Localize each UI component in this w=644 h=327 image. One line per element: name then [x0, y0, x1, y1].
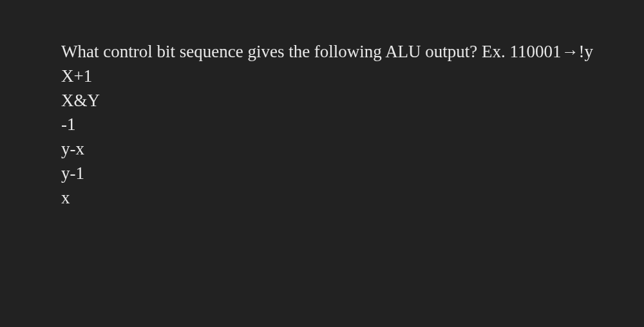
question-block: What control bit sequence gives the foll…: [61, 40, 644, 210]
question-item: -1: [61, 113, 644, 137]
question-prompt: What control bit sequence gives the foll…: [61, 40, 644, 64]
question-item: x: [61, 186, 644, 210]
question-item: y-1: [61, 162, 644, 186]
question-item: y-x: [61, 137, 644, 162]
question-item: X+1: [61, 64, 644, 89]
question-item: X&Y: [61, 89, 644, 113]
